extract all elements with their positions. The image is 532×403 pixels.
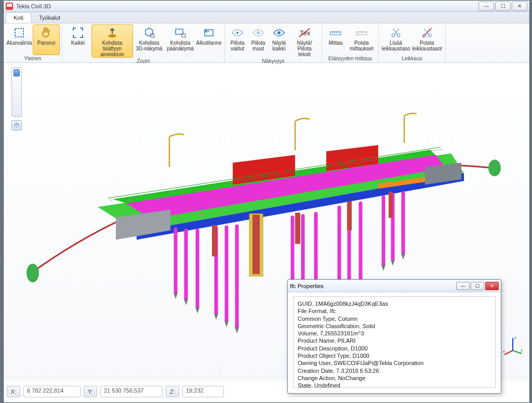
status-x-value: 6 782 222,814 — [23, 386, 81, 397]
ifc-line: Product Name, PILARI — [298, 337, 491, 344]
maximize-button[interactable]: ☐ — [495, 2, 511, 11]
app-icon — [6, 3, 13, 10]
dialog-minimize-button[interactable]: — — [456, 282, 470, 290]
svg-rect-31 — [252, 215, 260, 274]
tab-tyokalut[interactable]: Työkalut — [31, 12, 68, 23]
window-title: Tekla Civil 3D — [16, 3, 51, 9]
scissors-remove-icon — [421, 27, 433, 39]
svg-point-1 — [108, 34, 116, 37]
eye-all-icon — [273, 27, 285, 39]
ifc-line: Change Action, NoChange — [298, 374, 491, 382]
svg-point-5 — [181, 33, 185, 37]
app-window: Tekla Civil 3D — ☐ ✕ Koti Työkalut Aluev… — [3, 0, 530, 403]
ribbon-tabs: Koti Työkalut — [4, 12, 529, 23]
ifc-line: Product Object Type, D1000 — [298, 352, 491, 359]
svg-rect-62 — [212, 225, 217, 256]
selection-icon — [13, 27, 25, 39]
svg-rect-12 — [330, 32, 341, 35]
svg-marker-52 — [235, 327, 239, 333]
svg-marker-47 — [174, 293, 178, 299]
focus-main-icon — [174, 27, 187, 39]
svg-point-7 — [236, 32, 238, 34]
zoom-3d-button[interactable]: Kohdista 3D-näkymä — [133, 24, 165, 58]
status-y-label: Y: — [84, 386, 97, 397]
close-button[interactable]: ✕ — [512, 2, 527, 11]
status-z-label: Z: — [166, 386, 179, 397]
status-y-value: 21 530 756,537 — [100, 386, 163, 397]
axis-gizmo[interactable]: z y x — [502, 335, 524, 357]
dialog-titlebar[interactable]: Ifc Properties — ☐ ✕ — [288, 280, 501, 292]
group-label-yleinen: Yleinen — [24, 56, 41, 61]
titlebar: Tekla Civil 3D — ☐ ✕ — [4, 1, 529, 12]
svg-point-8 — [257, 32, 259, 34]
svg-rect-13 — [356, 32, 367, 35]
ifc-line: File Format, Ifc — [298, 307, 491, 315]
measure-button[interactable]: Mittaa — [324, 24, 347, 55]
svg-marker-59 — [381, 265, 385, 271]
scissors-add-icon — [390, 27, 402, 39]
group-label-leikkaus: Leikkaus — [402, 56, 422, 61]
ifc-line: Common Type, Column — [298, 315, 491, 322]
svg-marker-48 — [184, 299, 188, 305]
toggle-text-button[interactable]: Text Näytä/ Piilota teksti — [289, 24, 320, 58]
ifc-properties-dialog: Ifc Properties — ☐ ✕ GUID, 1MA6gz008kzJ4… — [287, 279, 501, 394]
zoom-lisattyyn-button[interactable]: Kohdista lisättyyn aineistoon — [91, 24, 133, 58]
zoom-alkutilanne-button[interactable]: Alkutilanne — [195, 24, 222, 58]
remove-measures-button[interactable]: Poista mittaukset — [347, 24, 376, 55]
focus-added-icon — [106, 27, 118, 39]
svg-marker-50 — [214, 314, 218, 320]
svg-rect-65 — [389, 192, 393, 218]
ruler-icon — [329, 27, 342, 39]
ifc-line: GUID, 1MA6gz008kzJ4qD3KqE3as — [298, 300, 491, 307]
svg-line-68 — [504, 350, 513, 355]
group-etaisyys: Mittaa Poista mittaukset Etäisyyden mitt… — [322, 23, 379, 62]
reset-view-icon — [203, 27, 215, 39]
group-label-nakyvyys: Näkyvyys — [262, 58, 285, 64]
svg-point-19 — [26, 264, 39, 282]
svg-marker-49 — [195, 307, 200, 314]
svg-text:z: z — [514, 335, 516, 340]
svg-text:x: x — [503, 349, 505, 354]
group-nakyvyys: Piilota valitut Piilota muut Näytä kaikk… — [225, 23, 322, 62]
ruler-remove-icon — [355, 27, 368, 39]
fit-all-icon — [72, 27, 84, 39]
focus-3d-icon — [143, 27, 155, 39]
svg-rect-0 — [15, 29, 23, 37]
remove-sections-button[interactable]: Poista leikkaustasot — [411, 24, 443, 55]
add-section-button[interactable]: Lisää leikkaustaso — [381, 24, 411, 55]
zoom-paanakyma-button[interactable]: Kohdista päänäkymä — [165, 24, 195, 58]
svg-text:y: y — [521, 348, 523, 353]
status-z-value: 19,232 — [182, 386, 224, 397]
svg-line-18 — [422, 28, 432, 37]
ifc-line: Volume, 7,265523181m^3 — [298, 330, 491, 337]
ifc-line: Creation Date, 7.3.2016 6:53:26 — [298, 367, 491, 374]
pan-icon — [40, 27, 52, 39]
eye-selected-icon — [231, 27, 244, 39]
group-leikkaus: Lisää leikkaustaso Poista leikkaustasot … — [379, 23, 446, 62]
svg-marker-51 — [224, 321, 229, 327]
dialog-close-button[interactable]: ✕ — [485, 282, 499, 290]
status-x-label: X: — [7, 386, 20, 397]
dialog-body: GUID, 1MA6gz008kzJ4qD3KqE3as File Format… — [293, 296, 496, 388]
group-yleinen: Aluevalinta Panoroi Yleinen — [4, 23, 62, 62]
hide-selected-button[interactable]: Piilota valitut — [227, 24, 248, 58]
panoroi-button[interactable]: Panoroi — [33, 24, 60, 55]
group-label-etaisyys: Etäisyyden mittaus — [328, 56, 372, 61]
text-toggle-icon: Text — [298, 27, 311, 39]
tab-koti[interactable]: Koti — [6, 12, 31, 23]
svg-point-20 — [488, 160, 501, 176]
dialog-maximize-button[interactable]: ☐ — [471, 282, 484, 290]
eye-others-icon — [252, 27, 264, 39]
show-all-button[interactable]: Näytä kaikki — [269, 24, 289, 58]
group-label-zoom: Zoom — [137, 58, 150, 64]
dialog-title: Ifc Properties — [290, 283, 324, 289]
svg-rect-4 — [176, 29, 183, 34]
aluevalinta-button[interactable]: Aluevalinta — [6, 24, 33, 55]
ribbon: Aluevalinta Panoroi Yleinen Kaikki — [4, 23, 529, 63]
hide-others-button[interactable]: Piilota muut — [248, 24, 269, 58]
svg-marker-61 — [401, 253, 405, 259]
minimize-button[interactable]: — — [478, 2, 494, 11]
ifc-line: Geometric Classification, Solid — [298, 322, 491, 330]
zoom-kaikki-button[interactable]: Kaikki — [64, 24, 91, 58]
ifc-line: Owning User, SWECO\FIJaPi@Tekla Corporat… — [298, 359, 491, 367]
